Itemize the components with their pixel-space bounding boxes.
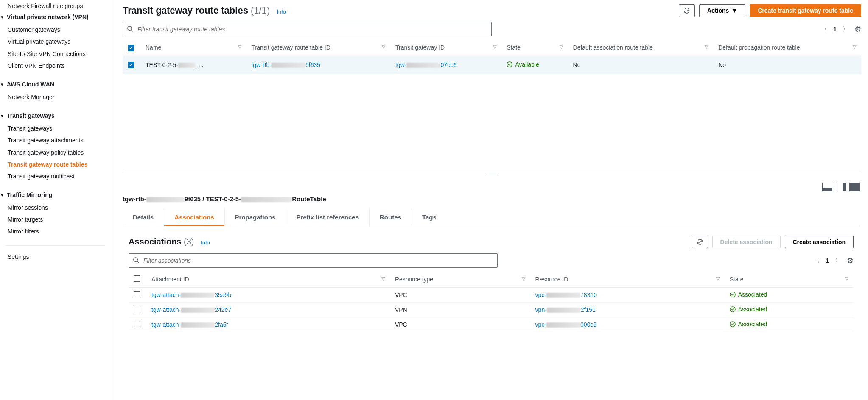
cell-assoc-state: Associated [725, 317, 854, 332]
sort-icon: ▽ [493, 44, 496, 50]
sidebar-item-tgw-policy-tables[interactable]: Transit gateway policy tables [0, 147, 105, 158]
col-default-prop[interactable]: Default propagation route table▽ [713, 40, 861, 56]
search-box [123, 22, 492, 36]
create-route-table-button[interactable]: Create transit gateway route table [750, 4, 861, 17]
sidebar-item-tgw-multicast[interactable]: Transit gateway multicast [0, 170, 105, 182]
filter-input[interactable] [123, 22, 492, 36]
check-circle-icon [507, 61, 512, 67]
actions-button[interactable]: Actions ▼ [699, 4, 745, 17]
sidebar-header-traffic-mirroring[interactable]: ▼Traffic Mirroring [0, 190, 105, 202]
assoc-actions: Delete association Create association [692, 236, 854, 248]
splitter[interactable] [123, 172, 861, 179]
caret-down-icon: ▼ [731, 7, 737, 14]
sidebar-item-site-to-site-vpn[interactable]: Site-to-Site VPN Connections [0, 48, 105, 60]
sidebar-item-client-vpn-endpoints[interactable]: Client VPN Endpoints [0, 60, 105, 72]
sort-icon: ▽ [382, 44, 385, 50]
associations-panel: Associations (3) Info Delete association… [123, 235, 860, 333]
layout-side-icon[interactable] [836, 183, 846, 191]
settings-gear-icon[interactable]: ⚙ [854, 25, 861, 34]
col-assoc-state[interactable]: State▽ [725, 271, 854, 288]
row-checkbox[interactable] [128, 62, 134, 68]
cell-resource-id[interactable]: vpn-2f151 [530, 302, 725, 317]
sidebar-header-cloudwan[interactable]: ▼AWS Cloud WAN [0, 79, 105, 91]
settings-gear-icon[interactable]: ⚙ [847, 256, 854, 265]
col-default-assoc[interactable]: Default association route table▽ [568, 40, 714, 56]
page-number: 1 [833, 26, 837, 33]
sidebar-item-mirror-filters[interactable]: Mirror filters [0, 225, 105, 237]
create-association-button[interactable]: Create association [785, 236, 854, 248]
table-row[interactable]: TEST-0-2-5-_... tgw-rtb-9f635 tgw-07ec6 … [123, 56, 861, 74]
assoc-filter-row: 〈 1 〉 ⚙ [129, 253, 854, 268]
refresh-icon [683, 7, 690, 14]
refresh-icon [697, 239, 703, 245]
tab-details[interactable]: Details [123, 208, 164, 226]
sidebar-header-transit-gateways[interactable]: ▼Transit gateways [0, 111, 105, 122]
cell-resource-type: VPC [390, 287, 530, 302]
info-link[interactable]: Info [277, 8, 286, 15]
sidebar-item-tgw-route-tables[interactable]: Transit gateway route tables [0, 158, 105, 170]
tab-associations[interactable]: Associations [164, 208, 224, 226]
assoc-header: Associations (3) Info Delete association… [129, 236, 854, 248]
cell-resource-type: VPC [390, 317, 530, 332]
row-checkbox[interactable] [134, 291, 140, 297]
assoc-filter-input[interactable] [129, 253, 498, 268]
table-row[interactable]: tgw-attach-242e7VPNvpn-2f151Associated [129, 302, 854, 317]
cell-attachment-id[interactable]: tgw-attach-35a9b [146, 287, 390, 302]
assoc-refresh-button[interactable] [692, 236, 708, 248]
cell-resource-type: VPN [390, 302, 530, 317]
col-rtb-id[interactable]: Transit gateway route table ID▽ [246, 40, 390, 56]
cell-rtb-id[interactable]: tgw-rtb-9f635 [246, 56, 390, 74]
sidebar-item-tgw[interactable]: Transit gateways [0, 122, 105, 134]
sidebar-item-network-manager[interactable]: Network Manager [0, 91, 105, 103]
delete-association-button: Delete association [712, 236, 781, 248]
prev-page-icon[interactable]: 〈 [821, 25, 827, 33]
svg-point-0 [128, 26, 132, 30]
sidebar-item-settings[interactable]: Settings [0, 251, 105, 263]
caret-down-icon: ▼ [0, 114, 4, 118]
cell-resource-id[interactable]: vpc-78310 [530, 287, 725, 302]
sidebar-item-mirror-targets[interactable]: Mirror targets [0, 214, 105, 225]
prev-page-icon[interactable]: 〈 [814, 257, 820, 264]
caret-down-icon: ▼ [0, 82, 4, 87]
layout-full-icon[interactable] [849, 183, 860, 191]
layout-bottom-icon[interactable] [822, 183, 832, 191]
cell-attachment-id[interactable]: tgw-attach-242e7 [146, 302, 390, 317]
col-attachment-id[interactable]: Attachment ID▽ [146, 271, 390, 288]
cell-attachment-id[interactable]: tgw-attach-2fa5f [146, 317, 390, 332]
assoc-page-number: 1 [826, 257, 829, 264]
search-icon [133, 257, 139, 264]
row-checkbox[interactable] [134, 306, 140, 312]
assoc-info-link[interactable]: Info [201, 239, 210, 246]
sort-icon: ▽ [705, 44, 708, 50]
assoc-select-all-checkbox[interactable] [134, 275, 140, 282]
next-page-icon[interactable]: 〉 [843, 25, 848, 33]
sidebar-item-nfw-rule-groups[interactable]: Network Firewall rule groups [0, 0, 105, 12]
tab-routes[interactable]: Routes [369, 208, 412, 226]
select-all-checkbox[interactable] [128, 45, 134, 51]
col-name[interactable]: Name▽ [140, 40, 246, 56]
tab-propagations[interactable]: Propagations [224, 208, 286, 226]
filter-row: 〈 1 〉 ⚙ [123, 22, 861, 36]
sort-icon: ▽ [522, 276, 525, 281]
tab-tags[interactable]: Tags [412, 208, 447, 226]
refresh-button[interactable] [679, 4, 695, 17]
table-row[interactable]: tgw-attach-2fa5fVPCvpc-000c9Associated [129, 317, 854, 332]
cell-resource-id[interactable]: vpc-000c9 [530, 317, 725, 332]
col-tgw-id[interactable]: Transit gateway ID▽ [390, 40, 501, 56]
col-resource-type[interactable]: Resource type▽ [390, 271, 530, 288]
row-checkbox[interactable] [134, 321, 140, 327]
sidebar-item-customer-gateways[interactable]: Customer gateways [0, 24, 105, 36]
assoc-search [129, 253, 498, 268]
sidebar-item-virtual-private-gateways[interactable]: Virtual private gateways [0, 36, 105, 47]
next-page-icon[interactable]: 〉 [835, 257, 841, 264]
col-resource-id[interactable]: Resource ID▽ [530, 271, 725, 288]
table-row[interactable]: tgw-attach-35a9bVPCvpc-78310Associated [129, 287, 854, 302]
col-state[interactable]: State▽ [501, 40, 568, 56]
sidebar-header-vpn[interactable]: ▼Virtual private network (VPN) [0, 12, 105, 24]
tab-prefix-list[interactable]: Prefix list references [286, 208, 369, 226]
sidebar-item-tgw-attachments[interactable]: Transit gateway attachments [0, 134, 105, 146]
cell-tgw-id[interactable]: tgw-07ec6 [390, 56, 501, 74]
sidebar-item-mirror-sessions[interactable]: Mirror sessions [0, 202, 105, 214]
page-header: Transit gateway route tables (1/1) Info … [123, 4, 861, 17]
sort-icon: ▽ [716, 276, 720, 281]
